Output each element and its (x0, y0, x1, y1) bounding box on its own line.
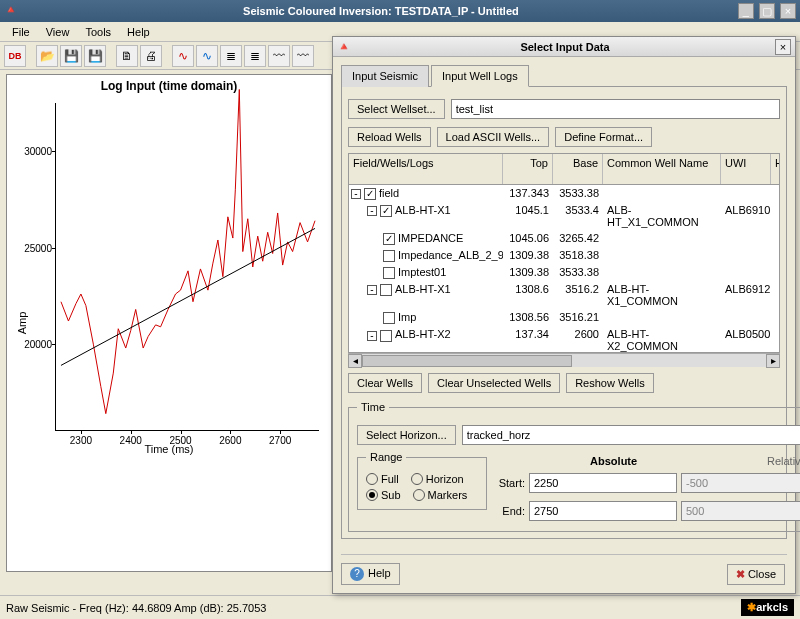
tree-row[interactable]: -✓field137.3433533.38 (349, 185, 779, 202)
radio-markers[interactable]: Markers (413, 489, 468, 501)
tree-row[interactable]: ✓IMPEDANCE1045.063265.42 (349, 230, 779, 247)
tree-row[interactable]: Impedance_ALB_2_961309.383518.38 (349, 247, 779, 264)
wave-a-icon[interactable]: 〰 (268, 45, 290, 67)
row-checkbox[interactable] (383, 250, 395, 262)
dialog-title: Select Input Data (355, 41, 775, 53)
list-b-icon[interactable]: ≣ (244, 45, 266, 67)
end-absolute-field[interactable] (529, 501, 677, 521)
menu-help[interactable]: Help (119, 24, 158, 40)
wells-tree-table[interactable]: Field/Wells/Logs Top Base Common Well Na… (348, 153, 780, 353)
row-checkbox[interactable]: ✓ (383, 233, 395, 245)
tab-input-well-logs[interactable]: Input Well Logs (431, 65, 529, 87)
row-checkbox[interactable] (380, 330, 392, 342)
close-button[interactable]: ✖Close (727, 564, 785, 585)
tree-row[interactable]: -ALB-HT-X11308.63516.2ALB-HT-X1_COMMONAL… (349, 281, 779, 309)
tree-row[interactable]: Imp1308.563516.21 (349, 309, 779, 326)
chart-plot-area[interactable]: 20000250003000023002400250026002700 (55, 103, 319, 431)
menu-view[interactable]: View (38, 24, 78, 40)
cell-cwn: ALB-HT-X2_COMMON (603, 327, 721, 353)
tab-input-seismic[interactable]: Input Seismic (341, 65, 429, 87)
radio-sub[interactable]: Sub (366, 489, 401, 501)
tree-row[interactable]: -✓ALB-HT-X11045.13533.4ALB-HT_X1_COMMONA… (349, 202, 779, 230)
chart-a-icon[interactable]: ∿ (172, 45, 194, 67)
chart-b-icon[interactable]: ∿ (196, 45, 218, 67)
clear-wells-button[interactable]: Clear Wells (348, 373, 422, 393)
cell-base: 2600 (553, 327, 603, 353)
load-ascii-wells-button[interactable]: Load ASCII Wells... (437, 127, 550, 147)
row-name: Impedance_ALB_2_96 (398, 249, 503, 261)
row-checkbox[interactable]: ✓ (364, 188, 376, 200)
cell-ht (771, 186, 780, 201)
save-as-icon[interactable]: 💾 (84, 45, 106, 67)
cell-cwn (603, 310, 721, 325)
menu-file[interactable]: File (4, 24, 38, 40)
col-top[interactable]: Top (503, 154, 553, 184)
minimize-button[interactable]: _ (738, 3, 754, 19)
start-absolute-field[interactable] (529, 473, 677, 493)
row-checkbox[interactable] (383, 312, 395, 324)
cell-uwi (721, 231, 771, 246)
row-name: ALB-HT-X2 (395, 328, 451, 340)
db-icon[interactable]: DB (4, 45, 26, 67)
tree-header: Field/Wells/Logs Top Base Common Well Na… (349, 154, 779, 185)
cell-uwi (721, 186, 771, 201)
expand-toggle-icon[interactable]: - (367, 206, 377, 216)
col-base[interactable]: Base (553, 154, 603, 184)
row-checkbox[interactable] (383, 267, 395, 279)
reload-wells-button[interactable]: Reload Wells (348, 127, 431, 147)
col-horz-time[interactable]: Horz Ti (771, 154, 780, 184)
col-common-well-name[interactable]: Common Well Name (603, 154, 721, 184)
row-name: Imp (398, 311, 416, 323)
cell-top: 137.34 (503, 327, 553, 353)
print-preview-icon[interactable]: 🗎 (116, 45, 138, 67)
radio-horizon[interactable]: Horizon (411, 473, 464, 485)
cell-base: 3533.38 (553, 265, 603, 280)
horizon-field[interactable] (462, 425, 800, 445)
define-format-button[interactable]: Define Format... (555, 127, 652, 147)
row-name: Imptest01 (398, 266, 446, 278)
help-icon: ? (350, 567, 364, 581)
open-icon[interactable]: 📂 (36, 45, 58, 67)
tree-hscrollbar[interactable]: ◂ ▸ (348, 353, 780, 367)
statusbar: Raw Seismic - Freq (Hz): 44.6809 Amp (dB… (0, 595, 800, 619)
wellset-field[interactable] (451, 99, 780, 119)
help-button[interactable]: ?Help (341, 563, 400, 585)
list-a-icon[interactable]: ≣ (220, 45, 242, 67)
row-name: field (379, 187, 399, 199)
select-horizon-button[interactable]: Select Horizon... (357, 425, 456, 445)
reshow-wells-button[interactable]: Reshow Wells (566, 373, 654, 393)
expand-toggle-icon[interactable]: - (367, 285, 377, 295)
cell-base: 3533.4 (553, 203, 603, 229)
tree-row[interactable]: -ALB-HT-X2137.342600ALB-HT-X2_COMMONALB0… (349, 326, 779, 353)
wave-b-icon[interactable]: 〰 (292, 45, 314, 67)
radio-full[interactable]: Full (366, 473, 399, 485)
scroll-left-icon[interactable]: ◂ (348, 354, 362, 368)
dialog-close-icon[interactable]: × (775, 39, 791, 55)
cell-top: 1308.56 (503, 310, 553, 325)
ytick-label: 20000 (12, 339, 52, 350)
scroll-thumb[interactable] (362, 355, 572, 367)
scroll-right-icon[interactable]: ▸ (766, 354, 780, 368)
expand-toggle-icon[interactable]: - (367, 331, 377, 341)
col-uwi[interactable]: UWI (721, 154, 771, 184)
clear-unselected-wells-button[interactable]: Clear Unselected Wells (428, 373, 560, 393)
cell-top: 1309.38 (503, 265, 553, 280)
row-name: IMPEDANCE (398, 232, 463, 244)
cell-cwn: ALB-HT-X1_COMMON (603, 282, 721, 308)
cell-ht: 236 (774, 282, 780, 308)
print-icon[interactable]: 🖨 (140, 45, 162, 67)
save-icon[interactable]: 💾 (60, 45, 82, 67)
cell-cwn (603, 265, 721, 280)
select-input-dialog: 🔺 Select Input Data × Input Seismic Inpu… (332, 36, 796, 594)
cell-base: 3516.21 (553, 310, 603, 325)
maximize-button[interactable]: ▢ (759, 3, 775, 19)
menu-tools[interactable]: Tools (77, 24, 119, 40)
col-name[interactable]: Field/Wells/Logs (349, 154, 503, 184)
close-window-button[interactable]: × (780, 3, 796, 19)
cell-ht: 243 (774, 203, 780, 229)
row-checkbox[interactable]: ✓ (380, 205, 392, 217)
select-wellset-button[interactable]: Select Wellset... (348, 99, 445, 119)
row-checkbox[interactable] (380, 284, 392, 296)
expand-toggle-icon[interactable]: - (351, 189, 361, 199)
tree-row[interactable]: Imptest011309.383533.38 (349, 264, 779, 281)
